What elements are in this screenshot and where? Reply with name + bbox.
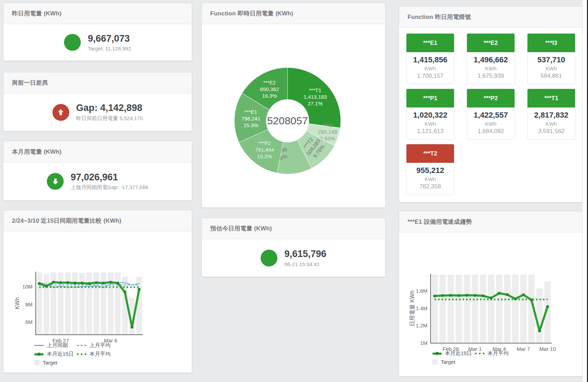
tile-target: 584,861 <box>529 72 574 79</box>
trend-line-chart: 1M1.2M1.4M1.6MFeb 26Mar 1Mar 4Mar 7Mar 1… <box>409 271 556 354</box>
legend-swatch-line-icon <box>34 345 44 346</box>
data-point <box>482 294 484 297</box>
legend-swatch-dot <box>37 353 41 356</box>
target-bar <box>86 272 92 335</box>
device-tile-header: ***T1 <box>527 89 575 107</box>
device-tile-body: 537,710KWh584,861 <box>527 52 575 84</box>
legend-item-本月近15日[interactable]: 本月近15日 <box>34 351 77 357</box>
card-donut-header: Function 即時日用電量 (KWh) <box>202 3 385 24</box>
device-tile-header: ***T2 <box>406 144 454 163</box>
card-yesterday-header: 昨日用電量 (KWh) <box>3 3 192 24</box>
card-lights-header: Function 昨日用電燈號 <box>399 7 582 28</box>
device-tile-header: ***E2 <box>467 34 515 52</box>
device-tile-E2: ***E21,496,662KWh1,675,939 <box>467 33 515 84</box>
donut-center-total: 5208057 <box>267 115 308 126</box>
legend-swatch-box-icon <box>432 359 438 364</box>
legend-item-Target[interactable]: Target <box>34 360 57 366</box>
data-point <box>441 294 444 297</box>
x-tick-label: Mar 7 <box>517 346 530 352</box>
data-point <box>514 297 517 300</box>
tile-value: 537,710 <box>529 55 574 64</box>
legend-row: 上月同期上月平均 <box>34 342 111 349</box>
comparison-line-chart: 6M8M10MFeb 27Mar 6KWh <box>14 269 147 346</box>
legend-label: 上月同期 <box>47 342 68 349</box>
day-gap-value: Gap: 4,142,898 <box>76 103 143 113</box>
card-donut-body: ***T11,413,18327.1%***I3293,1495.63%***T… <box>202 24 385 207</box>
card-month-title: 本月用電量 (KWh) <box>12 148 62 156</box>
x-tick-label: Mar 10 <box>539 346 556 352</box>
device-tile-header: ***I3 <box>527 34 575 52</box>
target-bar <box>439 275 446 343</box>
data-point <box>59 281 62 284</box>
arrow-down-circle-icon <box>47 173 64 190</box>
device-tile-T2: ***T2955,212KWh762,358 <box>406 144 454 195</box>
card-month-body: 97,026,961 上個月同期用電Gap: -17,377,566 <box>3 162 192 200</box>
y-axis-label: 日用電量 KWh <box>409 290 415 326</box>
legend-item-上月同期[interactable]: 上月同期 <box>34 342 77 349</box>
target-bar <box>480 275 486 343</box>
device-tile-E1: ***E11,415,856KWh1,700,157 <box>406 33 454 84</box>
data-point <box>449 294 452 297</box>
card-day-gap-body: Gap: 4,142,898 昨日與前日用電量 5,524,175 <box>3 93 192 131</box>
device-tile-body: 1,415,856KWh1,700,157 <box>406 52 454 84</box>
data-point <box>138 288 141 291</box>
scrollbar[interactable] <box>583 0 587 382</box>
data-point <box>530 298 533 301</box>
tile-value: 2,817,832 <box>529 111 574 120</box>
stat-block: Gap: 4,142,898 昨日與前日用電量 5,524,175 <box>76 103 143 121</box>
y-tick-label: 1M <box>420 340 427 346</box>
legend-row: Target <box>34 360 111 366</box>
card-month-header: 本月用電量 (KWh) <box>3 141 192 162</box>
month-value: 97,026,961 <box>71 172 148 183</box>
device-tile-P2: ***P21,422,557KWh1,684,092 <box>467 89 515 140</box>
card-status-lights: Function 昨日用電燈號 ***E11,415,856KWh1,700,1… <box>399 6 583 202</box>
card-compare-title: 2/24~3/10 近15日同期用電量比較 (KWh) <box>12 217 121 225</box>
legend-item-Target[interactable]: Target <box>432 359 455 365</box>
device-tile-I3: ***I3537,710KWh584,861 <box>527 33 575 84</box>
device-tile-body: 1,422,557KWh1,684,092 <box>467 107 515 139</box>
data-point <box>490 297 493 299</box>
card-day-gap-title: 與前一日差異 <box>12 79 48 87</box>
tile-target: 1,675,939 <box>468 72 513 79</box>
arrow-up-circle-icon <box>52 104 69 121</box>
realtime-donut-chart: ***T11,413,18327.1%***I3293,1495.63%***T… <box>202 24 385 208</box>
data-point <box>506 293 509 296</box>
target-bar <box>447 275 454 343</box>
target-bar <box>488 275 494 343</box>
legend-item-本月平均[interactable]: 本月平均 <box>77 351 111 357</box>
legend-item-上月平均[interactable]: 上月平均 <box>77 342 111 349</box>
tile-unit: KWh <box>529 65 574 71</box>
legend-swatch-dots-icon <box>77 353 86 355</box>
target-bar <box>36 272 42 335</box>
y-tick-label: 8M <box>25 301 33 307</box>
data-point <box>123 291 126 293</box>
legend-item-本月平均[interactable]: 本月平均 <box>475 350 509 357</box>
legend-item-本月近15日[interactable]: 本月近15日 <box>432 350 475 357</box>
y-tick-label: 1.4M <box>416 305 427 311</box>
legend-row: 本月近15日本月平均 <box>34 351 111 357</box>
yesterday-value: 9,667,073 <box>88 33 131 44</box>
legend-swatch-dot <box>435 352 439 355</box>
energy-dashboard: 昨日用電量 (KWh) 9,667,073 Target: 11,128,992… <box>0 0 588 382</box>
legend-row: 本月近15日本月平均 <box>432 350 509 357</box>
card-estimate-body: 9,615,796 06-21 15:34:41 <box>202 239 385 277</box>
data-point <box>45 285 48 287</box>
card-trend-title: ***E1 設備用電達成趨勢 <box>408 218 472 226</box>
device-tile-body: 2,817,832KWh3,591,562 <box>527 107 575 139</box>
y-tick-label: 1.6M <box>416 288 427 294</box>
data-point <box>73 282 76 285</box>
card-yesterday-title: 昨日用電量 (KWh) <box>12 9 62 18</box>
card-e1-trend: ***E1 設備用電達成趨勢 1M1.2M1.4M1.6MFeb 26Mar 1… <box>399 211 583 376</box>
target-bar <box>456 275 462 343</box>
card-lights-body: ***E11,415,856KWh1,700,157***E21,496,662… <box>399 28 582 202</box>
legend-label: 本月平均 <box>488 350 509 357</box>
legend-label: 本月平均 <box>90 351 111 357</box>
stat-block: 97,026,961 上個月同期用電Gap: -17,377,566 <box>71 172 148 191</box>
data-point <box>109 281 112 284</box>
day-gap-sub-label: 昨日與前日用電量 5,524,175 <box>76 115 143 122</box>
data-point <box>130 326 133 328</box>
yesterday-target-label: Target: 11,128,992 <box>88 46 131 51</box>
legend-swatch-thick-icon <box>432 353 442 355</box>
legend-label: 本月近15日 <box>445 350 472 357</box>
device-tile-body: 955,212KWh762,358 <box>406 163 454 195</box>
